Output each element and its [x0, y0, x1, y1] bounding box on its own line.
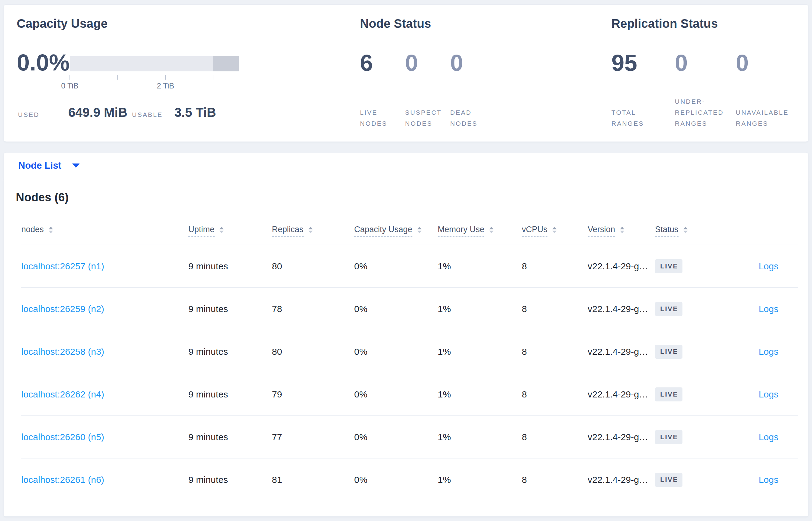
column-header-uptime[interactable]: Uptime	[188, 225, 272, 237]
node-link[interactable]: localhost:26260 (n5)	[21, 432, 104, 442]
under-replicated-ranges-label: UNDER- REPLICATED RANGES	[675, 96, 736, 129]
dead-nodes-label: DEAD NODES	[450, 107, 495, 129]
nodes-heading: Nodes (6)	[16, 190, 798, 205]
logs-link[interactable]: Logs	[759, 304, 779, 314]
replicas-cell: 77	[272, 432, 354, 442]
logs-link[interactable]: Logs	[759, 261, 779, 271]
cluster-overview-page: Capacity Usage 0.0% 0 TiB 2 TiB USED 649…	[0, 0, 812, 517]
view-selector-dropdown[interactable]: Node List	[4, 152, 808, 179]
usable-value: 3.5 TiB	[174, 105, 216, 120]
column-header-status[interactable]: Status	[655, 225, 731, 237]
column-header-replicas[interactable]: Replicas	[272, 225, 354, 237]
vcpus-cell: 8	[522, 346, 588, 357]
status-badge: LIVE	[655, 387, 683, 402]
version-cell: v22.1.4-29-g…	[588, 261, 655, 271]
status-badge: LIVE	[655, 430, 683, 444]
node-link[interactable]: localhost:26258 (n3)	[21, 346, 104, 357]
version-cell: v22.1.4-29-g…	[588, 389, 655, 400]
table-row: localhost:26258 (n3) 9 minutes 80 0% 1% …	[21, 330, 798, 373]
vcpus-cell: 8	[522, 304, 588, 314]
unavailable-ranges-count: 0	[736, 51, 748, 75]
capacity-usage-bar	[70, 56, 239, 71]
suspect-nodes-label: SUSPECT NODES	[405, 107, 450, 129]
vcpus-cell: 8	[522, 475, 588, 485]
column-header-memory-use[interactable]: Memory Use	[438, 225, 522, 237]
uptime-cell: 9 minutes	[188, 346, 272, 357]
column-header-vcpus[interactable]: vCPUs	[522, 225, 588, 237]
uptime-cell: 9 minutes	[188, 389, 272, 400]
replication-status-values: 95 0 0	[612, 51, 748, 75]
column-header-version[interactable]: Version	[588, 225, 655, 237]
memory-use-cell: 1%	[438, 304, 522, 314]
node-status-values: 6 0 0	[360, 51, 495, 75]
axis-tick-label: 0 TiB	[61, 82, 79, 90]
table-row: localhost:26260 (n5) 9 minutes 77 0% 1% …	[21, 416, 798, 458]
capacity-bar-segment	[213, 56, 239, 71]
chevron-down-icon	[72, 163, 79, 168]
node-link[interactable]: localhost:26262 (n4)	[21, 389, 104, 399]
dead-nodes-count: 0	[450, 51, 495, 75]
sort-icon	[552, 227, 556, 233]
version-cell: v22.1.4-29-g…	[588, 475, 655, 485]
cluster-summary-card: Capacity Usage 0.0% 0 TiB 2 TiB USED 649…	[4, 4, 808, 142]
capacity-footer: USED 649.9 MiB USABLE 3.5 TiB	[18, 105, 216, 120]
node-link[interactable]: localhost:26257 (n1)	[21, 261, 104, 271]
uptime-cell: 9 minutes	[188, 475, 272, 485]
column-header-nodes[interactable]: nodes	[21, 225, 188, 237]
used-value: 649.9 MiB	[68, 105, 132, 120]
table-row: localhost:26259 (n2) 9 minutes 78 0% 1% …	[21, 288, 798, 330]
vcpus-cell: 8	[522, 432, 588, 442]
under-replicated-ranges-count: 0	[675, 51, 736, 75]
node-link[interactable]: localhost:26261 (n6)	[21, 475, 104, 485]
replication-status-title: Replication Status	[612, 16, 804, 31]
used-label: USED	[18, 111, 68, 118]
uptime-cell: 9 minutes	[188, 432, 272, 442]
sort-icon	[308, 227, 313, 233]
table-row: localhost:26262 (n4) 9 minutes 79 0% 1% …	[21, 373, 798, 416]
capacity-usage-title: Capacity Usage	[17, 16, 258, 31]
replicas-cell: 80	[272, 261, 354, 271]
capacity-usage-section: Capacity Usage 0.0% 0 TiB 2 TiB USED 649…	[17, 16, 258, 132]
status-badge: LIVE	[655, 302, 683, 316]
memory-use-cell: 1%	[438, 432, 522, 442]
table-row: localhost:26257 (n1) 9 minutes 80 0% 1% …	[21, 245, 798, 288]
usable-label: USABLE	[132, 111, 174, 118]
logs-link[interactable]: Logs	[759, 346, 779, 357]
logs-link[interactable]: Logs	[759, 432, 779, 442]
axis-tick	[165, 75, 166, 80]
sort-icon	[49, 227, 53, 233]
unavailable-ranges-label: UNAVAILABLE RANGES	[736, 107, 789, 129]
node-status-labels: LIVE NODES SUSPECT NODES DEAD NODES	[360, 95, 495, 129]
suspect-nodes-count: 0	[405, 51, 450, 75]
total-ranges-count: 95	[612, 51, 675, 75]
replicas-cell: 78	[272, 304, 354, 314]
capacity-usage-cell: 0%	[354, 475, 438, 485]
uptime-cell: 9 minutes	[188, 261, 272, 271]
nodes-panel: Nodes (6) nodes Uptime Replicas Capacity…	[4, 179, 808, 517]
table-row: localhost:26261 (n6) 9 minutes 81 0% 1% …	[21, 458, 798, 501]
view-selector-label[interactable]: Node List	[18, 160, 61, 171]
version-cell: v22.1.4-29-g…	[588, 346, 655, 357]
node-link[interactable]: localhost:26259 (n2)	[21, 304, 104, 314]
sort-icon	[620, 227, 624, 233]
status-badge: LIVE	[655, 345, 683, 359]
replication-status-section: Replication Status 95 0 0 TOTAL RANGES U…	[612, 16, 804, 132]
logs-link[interactable]: Logs	[759, 475, 779, 485]
sort-icon	[684, 227, 688, 233]
capacity-used-percent: 0.0%	[17, 50, 70, 75]
sort-icon	[219, 227, 224, 233]
sort-icon	[417, 227, 422, 233]
logs-link[interactable]: Logs	[759, 389, 779, 399]
replicas-cell: 80	[272, 346, 354, 357]
axis-tick	[70, 75, 70, 80]
axis-tick-label: 2 TiB	[157, 82, 174, 90]
replication-status-labels: TOTAL RANGES UNDER- REPLICATED RANGES UN…	[612, 95, 789, 129]
vcpus-cell: 8	[522, 261, 588, 271]
capacity-usage-cell: 0%	[354, 389, 438, 400]
total-ranges-label: TOTAL RANGES	[612, 107, 675, 129]
version-cell: v22.1.4-29-g…	[588, 432, 655, 442]
memory-use-cell: 1%	[438, 389, 522, 400]
capacity-usage-cell: 0%	[354, 346, 438, 357]
column-header-capacity-usage[interactable]: Capacity Usage	[354, 225, 438, 237]
live-nodes-label: LIVE NODES	[360, 107, 405, 129]
